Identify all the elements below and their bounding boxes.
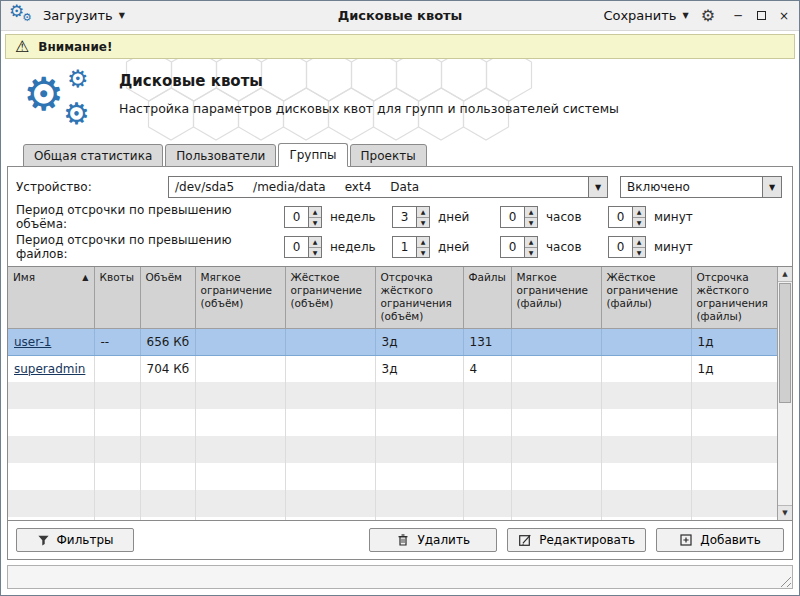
spinner-volume-минут[interactable]: 0▲▼ xyxy=(608,206,646,228)
quota-status-value: Включено xyxy=(621,177,762,197)
save-menu-button[interactable]: Сохранить ▼ xyxy=(603,8,688,23)
table-row[interactable]: user-1--656 Кб3д1311д xyxy=(8,328,779,355)
spinner-down-icon[interactable]: ▼ xyxy=(633,218,645,228)
spinner-value[interactable]: 0 xyxy=(285,237,308,257)
spinner-down-icon[interactable]: ▼ xyxy=(633,248,645,258)
table-cell xyxy=(375,517,463,521)
table-cell xyxy=(463,382,511,409)
action-bar: Фильтры Удалить Редактировать Добавить xyxy=(8,521,792,559)
spinner-up-icon[interactable]: ▲ xyxy=(525,237,537,248)
column-header-label: Имя xyxy=(13,271,35,283)
table-cell xyxy=(8,436,94,463)
column-header[interactable]: Отсрочка жёсткого ограничения (объём) xyxy=(375,267,463,328)
spinner-down-icon[interactable]: ▼ xyxy=(309,248,321,258)
spinner-files-минут[interactable]: 0▲▼ xyxy=(608,236,646,258)
tab-projects[interactable]: Проекты xyxy=(350,144,427,167)
filters-button[interactable]: Фильтры xyxy=(16,528,134,552)
spinner-down-icon[interactable]: ▼ xyxy=(417,248,429,258)
column-header[interactable]: Имя▲ xyxy=(8,267,94,328)
scrollbar-thumb[interactable] xyxy=(779,283,791,403)
chevron-down-icon[interactable]: ▼ xyxy=(588,177,607,197)
table-cell xyxy=(195,328,285,355)
tab-general-stats[interactable]: Общая статистика xyxy=(23,144,163,167)
delete-button[interactable]: Удалить xyxy=(369,528,497,552)
spinner-value[interactable]: 0 xyxy=(501,207,524,227)
table-cell: 3д xyxy=(375,355,463,382)
spinner-value[interactable]: 0 xyxy=(609,207,632,227)
load-menu-button[interactable]: Загрузить ▼ xyxy=(43,8,125,23)
spinner-volume-дней[interactable]: 3▲▼ xyxy=(392,206,430,228)
table-cell xyxy=(8,517,94,521)
vertical-scrollbar[interactable]: ▲ ▼ xyxy=(777,267,792,520)
scroll-up-icon[interactable]: ▲ xyxy=(778,267,792,282)
spinner-value[interactable]: 3 xyxy=(393,207,416,227)
maximize-button[interactable] xyxy=(754,8,768,24)
table-cell: 131 xyxy=(463,328,511,355)
page-title: Дисковые квоты xyxy=(119,72,619,90)
spinner-files-часов[interactable]: 0▲▼ xyxy=(500,236,538,258)
tab-groups[interactable]: Группы xyxy=(278,143,347,167)
row-name-link[interactable]: superadmin xyxy=(14,362,85,376)
spinner-up-icon[interactable]: ▲ xyxy=(309,207,321,218)
spinner-value[interactable]: 0 xyxy=(501,237,524,257)
spinner-files-дней[interactable]: 1▲▼ xyxy=(392,236,430,258)
spinner-up-icon[interactable]: ▲ xyxy=(417,207,429,218)
device-select[interactable]: /dev/sda5 /media/data ext4 Data ▼ xyxy=(168,176,608,198)
spinner-value[interactable]: 1 xyxy=(393,237,416,257)
table-cell xyxy=(601,490,691,517)
spinner-up-icon[interactable]: ▲ xyxy=(633,237,645,248)
app-gears-icon: ⚙ ⚙ xyxy=(9,5,35,27)
edit-button-label: Редактировать xyxy=(539,533,635,547)
table-cell: 1д xyxy=(691,355,779,382)
spinner-down-icon[interactable]: ▼ xyxy=(417,218,429,228)
edit-button[interactable]: Редактировать xyxy=(507,528,646,552)
spinner-up-icon[interactable]: ▲ xyxy=(309,237,321,248)
quota-status-select[interactable]: Включено ▼ xyxy=(620,176,782,198)
column-header[interactable]: Жёсткое ограничение (файлы) xyxy=(601,267,691,328)
spinner-group-volume: 3▲▼дней xyxy=(392,206,500,228)
row-name-link[interactable]: user-1 xyxy=(14,335,51,349)
table-row-empty xyxy=(8,409,779,436)
chevron-down-icon[interactable]: ▼ xyxy=(762,177,781,197)
spinner-up-icon[interactable]: ▲ xyxy=(633,207,645,218)
column-header-label: Жёсткое ограничение (объём) xyxy=(291,271,363,309)
spinner-volume-недель[interactable]: 0▲▼ xyxy=(284,206,322,228)
settings-gear-icon[interactable]: ⚙ xyxy=(701,8,715,24)
spinner-down-icon[interactable]: ▼ xyxy=(525,218,537,228)
spinner-down-icon[interactable]: ▼ xyxy=(525,248,537,258)
column-header[interactable]: Файлы xyxy=(463,267,511,328)
column-header[interactable]: Жёсткое ограничение (объём) xyxy=(285,267,375,328)
spinner-files-недель[interactable]: 0▲▼ xyxy=(284,236,322,258)
spinner-up-icon[interactable]: ▲ xyxy=(417,237,429,248)
spinner-value[interactable]: 0 xyxy=(285,207,308,227)
filters-button-label: Фильтры xyxy=(57,533,114,547)
gear-icon: ⚙ xyxy=(63,99,90,129)
spinner-unit-label: недель xyxy=(330,240,376,254)
add-button-label: Добавить xyxy=(700,533,760,547)
spinner-volume-часов[interactable]: 0▲▼ xyxy=(500,206,538,228)
table-cell xyxy=(511,436,601,463)
column-header[interactable]: Отсрочка жёсткого ограничения (файлы) xyxy=(691,267,779,328)
column-header[interactable]: Мягкое ограничение (файлы) xyxy=(511,267,601,328)
add-button[interactable]: Добавить xyxy=(656,528,784,552)
tab-users[interactable]: Пользователи xyxy=(165,144,276,167)
scroll-down-icon[interactable]: ▼ xyxy=(778,505,792,520)
table-row[interactable]: superadmin704 Кб3д41д xyxy=(8,355,779,382)
spinner-value[interactable]: 0 xyxy=(609,237,632,257)
column-header[interactable]: Мягкое ограничение (объём) xyxy=(195,267,285,328)
column-header[interactable]: Объём xyxy=(140,267,195,328)
table-cell xyxy=(691,409,779,436)
column-header[interactable]: Квоты xyxy=(94,267,140,328)
table-cell xyxy=(691,382,779,409)
minimize-button[interactable]: ─ xyxy=(731,8,745,24)
scrollbar-track[interactable] xyxy=(778,282,792,505)
table-cell xyxy=(140,436,195,463)
grace-row-label: Период отсрочки по превышению объёма: xyxy=(16,203,284,231)
close-button[interactable]: × xyxy=(777,8,791,24)
spinner-unit-label: часов xyxy=(546,240,581,254)
spinner-up-icon[interactable]: ▲ xyxy=(525,207,537,218)
table-cell xyxy=(94,517,140,521)
spinner-down-icon[interactable]: ▼ xyxy=(309,218,321,228)
device-select-value: /dev/sda5 /media/data ext4 Data xyxy=(169,177,588,197)
resize-grip[interactable] xyxy=(778,574,791,587)
